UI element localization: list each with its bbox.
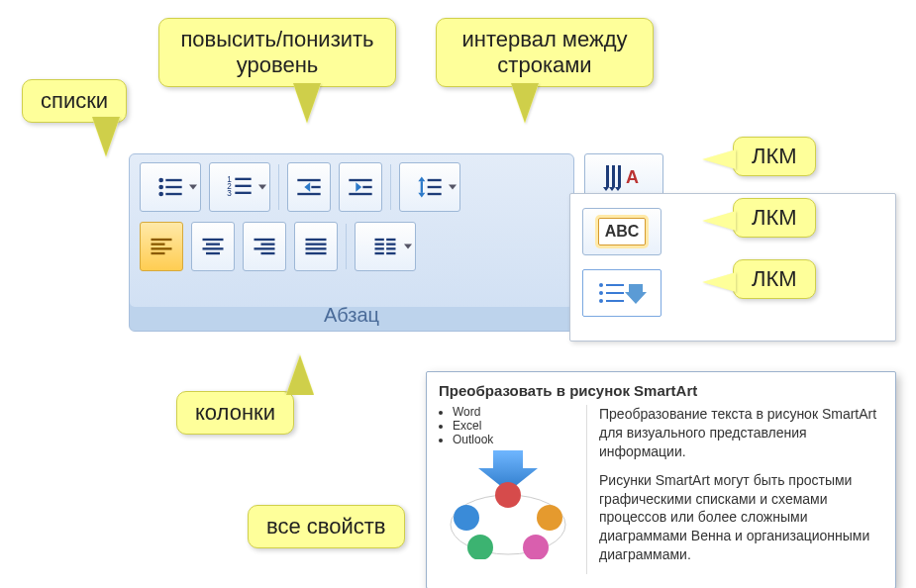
- separator: [278, 164, 279, 210]
- svg-point-67: [523, 535, 549, 559]
- svg-point-68: [467, 535, 493, 559]
- svg-rect-9: [235, 185, 251, 187]
- paragraph-group: 123 Абзац: [129, 153, 574, 332]
- bullets-button[interactable]: [140, 162, 201, 212]
- svg-rect-29: [152, 252, 165, 254]
- svg-marker-53: [603, 187, 609, 191]
- svg-rect-31: [206, 244, 220, 245]
- svg-rect-30: [203, 239, 224, 241]
- svg-rect-58: [606, 284, 624, 286]
- callout-all-properties-text: все свойств: [266, 514, 386, 539]
- align-text-button[interactable]: ABC: [582, 208, 662, 255]
- svg-rect-38: [306, 239, 327, 241]
- svg-rect-34: [254, 239, 275, 241]
- svg-text:A: A: [626, 167, 639, 187]
- svg-marker-16: [356, 182, 361, 191]
- svg-rect-26: [152, 239, 172, 241]
- tooltip-paragraph-1: Преобразование текста в рисунок SmartArt…: [599, 405, 883, 461]
- callout-spacing: интервал между строками: [436, 18, 654, 87]
- svg-rect-7: [235, 178, 251, 180]
- tooltip-paragraph-2: Рисунки SmartArt могут быть простыми гра…: [599, 471, 883, 564]
- align-left-button[interactable]: [140, 222, 183, 271]
- callout-lmb-3: ЛКМ: [733, 259, 816, 299]
- svg-rect-3: [165, 186, 181, 188]
- svg-rect-37: [261, 252, 275, 254]
- callout-indent-text: повысить/понизить уровень: [180, 27, 373, 77]
- svg-rect-28: [152, 247, 172, 249]
- tooltip-thumb-item: Outlook: [453, 433, 576, 446]
- callout-lmb-3-text: ЛКМ: [752, 266, 797, 291]
- callout-indent: повысить/понизить уровень: [158, 18, 396, 87]
- tooltip-title: Преобразовать в рисунок SmartArt: [439, 382, 883, 399]
- svg-rect-46: [386, 239, 395, 241]
- tooltip-thumb-item: Word: [453, 405, 576, 419]
- svg-rect-36: [254, 247, 275, 249]
- svg-rect-32: [203, 247, 224, 249]
- separator: [390, 164, 391, 210]
- align-right-button[interactable]: [243, 222, 286, 271]
- chevron-down-icon: [404, 245, 412, 249]
- svg-rect-51: [612, 165, 615, 187]
- decrease-indent-button[interactable]: [287, 162, 331, 212]
- svg-point-65: [495, 482, 521, 508]
- abc-label: ABC: [598, 218, 647, 245]
- svg-rect-24: [428, 186, 442, 188]
- chevron-down-icon: [449, 185, 457, 190]
- svg-rect-5: [165, 193, 181, 195]
- callout-lmb-1: ЛКМ: [733, 137, 816, 176]
- svg-rect-42: [375, 239, 384, 241]
- svg-rect-21: [421, 181, 423, 193]
- svg-rect-41: [306, 252, 327, 254]
- callout-lmb-2: ЛКМ: [733, 198, 816, 238]
- columns-button[interactable]: [355, 222, 416, 271]
- svg-point-69: [454, 505, 479, 531]
- svg-rect-15: [297, 193, 320, 195]
- svg-marker-63: [625, 284, 647, 304]
- svg-rect-47: [386, 244, 395, 245]
- svg-rect-11: [235, 192, 251, 194]
- align-center-button[interactable]: [191, 222, 235, 271]
- svg-marker-20: [418, 177, 425, 182]
- callout-lmb-1-text: ЛКМ: [752, 144, 797, 168]
- callout-lists: списки: [22, 79, 127, 123]
- line-spacing-button[interactable]: [399, 162, 460, 212]
- svg-rect-33: [206, 252, 220, 254]
- svg-rect-50: [606, 165, 609, 187]
- svg-point-57: [599, 283, 603, 287]
- svg-marker-55: [615, 187, 621, 191]
- svg-rect-23: [428, 179, 442, 181]
- svg-rect-25: [428, 193, 442, 195]
- svg-marker-54: [609, 187, 615, 191]
- svg-rect-35: [261, 244, 275, 245]
- svg-marker-22: [418, 193, 425, 198]
- svg-rect-44: [375, 247, 384, 249]
- separator: [346, 224, 347, 269]
- group-label: Абзац: [130, 304, 573, 327]
- increase-indent-button[interactable]: [339, 162, 382, 212]
- convert-to-smartart-button[interactable]: [582, 269, 662, 317]
- tooltip-thumb-item: Excel: [453, 419, 576, 433]
- svg-rect-1: [165, 179, 181, 181]
- numbering-button[interactable]: 123: [209, 162, 270, 212]
- svg-rect-17: [349, 179, 371, 181]
- callout-columns: колонки: [176, 391, 294, 435]
- callout-all-properties: все свойств: [248, 505, 405, 548]
- svg-rect-45: [375, 252, 384, 254]
- svg-rect-39: [306, 244, 327, 245]
- svg-point-2: [158, 185, 163, 190]
- svg-point-66: [537, 505, 562, 531]
- svg-point-61: [599, 299, 603, 303]
- justify-button[interactable]: [294, 222, 338, 271]
- svg-rect-13: [297, 179, 320, 181]
- tooltip-thumbnail: Word Excel Outlook: [439, 405, 587, 574]
- svg-marker-12: [304, 182, 310, 191]
- chevron-down-icon: [258, 185, 266, 190]
- svg-rect-14: [311, 186, 320, 188]
- svg-rect-40: [306, 247, 327, 249]
- svg-rect-49: [386, 252, 395, 254]
- svg-text:3: 3: [227, 189, 232, 198]
- svg-rect-27: [152, 244, 165, 245]
- callout-lists-text: списки: [41, 88, 108, 113]
- svg-point-4: [158, 192, 163, 197]
- svg-rect-18: [362, 186, 371, 188]
